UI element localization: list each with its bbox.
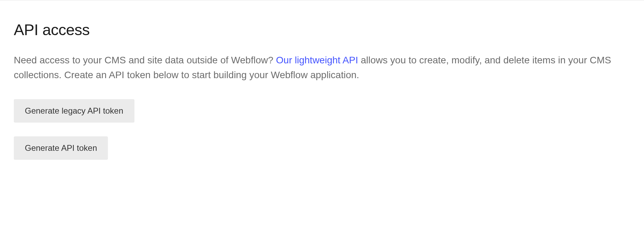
- button-group: Generate legacy API token Generate API t…: [14, 99, 630, 160]
- section-title: API access: [14, 21, 630, 39]
- lightweight-api-link[interactable]: Our lightweight API: [276, 55, 358, 65]
- section-description: Need access to your CMS and site data ou…: [14, 53, 630, 83]
- generate-api-token-button[interactable]: Generate API token: [14, 136, 108, 160]
- generate-legacy-api-token-button[interactable]: Generate legacy API token: [14, 99, 134, 123]
- description-text-before: Need access to your CMS and site data ou…: [14, 55, 276, 65]
